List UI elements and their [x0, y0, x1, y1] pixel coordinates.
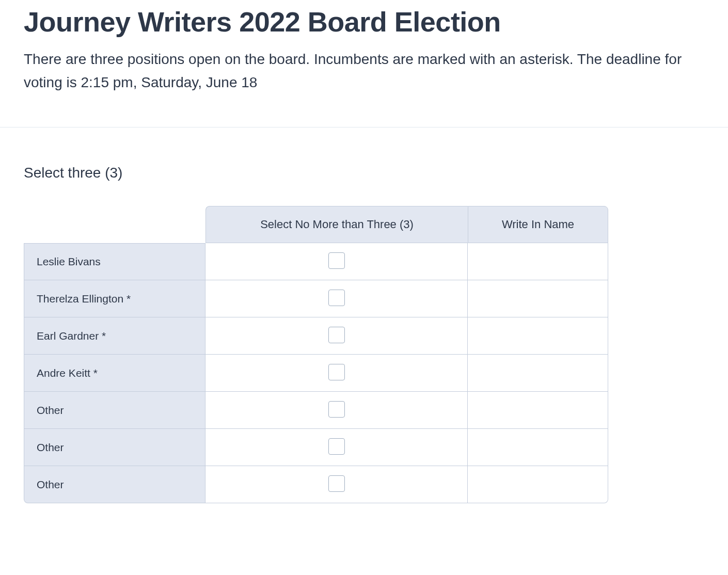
candidate-label: Andre Keitt *: [24, 355, 205, 392]
page-title: Journey Writers 2022 Board Election: [24, 5, 704, 39]
table-row: Leslie Bivans: [24, 243, 608, 280]
candidate-checkbox[interactable]: [328, 290, 345, 306]
candidate-checkbox[interactable]: [328, 475, 345, 492]
candidate-checkbox[interactable]: [328, 364, 345, 380]
ballot-table: Select No More than Three (3) Write In N…: [24, 206, 608, 503]
table-row: Other: [24, 392, 608, 429]
candidate-checkbox[interactable]: [328, 327, 345, 343]
instruction-text: Select three (3): [24, 165, 704, 181]
table-row: Andre Keitt *: [24, 355, 608, 392]
table-row: Other: [24, 466, 608, 503]
table-row: Earl Gardner *: [24, 317, 608, 355]
blank-corner-header: [24, 206, 205, 243]
candidate-label: Other: [24, 392, 205, 429]
writein-input[interactable]: [475, 400, 601, 421]
writein-input[interactable]: [475, 437, 601, 458]
writein-input[interactable]: [475, 326, 601, 346]
writein-input[interactable]: [475, 251, 601, 272]
writein-input[interactable]: [475, 474, 601, 495]
writein-input[interactable]: [475, 363, 601, 384]
table-row: Therelza Ellington *: [24, 280, 608, 317]
candidate-checkbox[interactable]: [328, 252, 345, 269]
candidate-label: Other: [24, 429, 205, 466]
candidate-label: Leslie Bivans: [24, 243, 205, 280]
candidate-checkbox[interactable]: [328, 438, 345, 455]
table-row: Other: [24, 429, 608, 466]
candidate-label: Other: [24, 466, 205, 503]
column-header-writein: Write In Name: [468, 206, 608, 243]
candidate-label: Therelza Ellington *: [24, 280, 205, 317]
column-header-select: Select No More than Three (3): [205, 206, 468, 243]
candidate-checkbox[interactable]: [328, 401, 345, 418]
candidate-label: Earl Gardner *: [24, 317, 205, 355]
page-description: There are three positions open on the bo…: [24, 48, 704, 94]
writein-input[interactable]: [475, 289, 601, 309]
